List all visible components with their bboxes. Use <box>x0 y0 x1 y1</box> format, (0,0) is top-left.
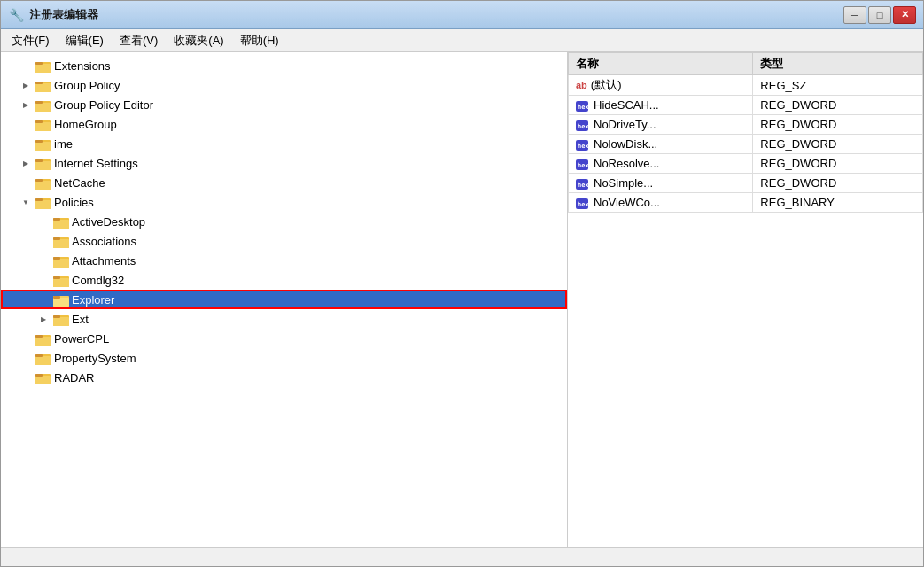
window-title: 注册表编辑器 <box>29 7 98 23</box>
close-button[interactable]: ✕ <box>893 6 916 24</box>
svg-rect-49 <box>35 376 51 384</box>
tree-item-policies[interactable]: Policies <box>1 192 567 212</box>
expand-btn-ext[interactable] <box>36 312 50 326</box>
tree-item-extensions[interactable]: Extensions <box>1 56 567 75</box>
menu-favorites[interactable]: 收藏夹(A) <box>167 31 230 50</box>
svg-rect-10 <box>35 122 51 131</box>
reg-type-cell: REG_DWORD <box>753 154 923 174</box>
reg-type-cell: REG_DWORD <box>753 96 923 115</box>
svg-rect-4 <box>35 83 51 92</box>
menu-file[interactable]: 文件(F) <box>4 31 57 50</box>
col-name: 名称 <box>569 53 753 75</box>
expand-btn-group-policy-editor[interactable] <box>19 97 33 112</box>
tree-item-powercpl[interactable]: PowerCPL <box>1 329 567 348</box>
hex-icon: hex <box>576 198 590 209</box>
expand-btn-attachments <box>36 253 50 268</box>
registry-table: 名称 类型 ab(默认)REG_SZhexHideSCAH...REG_DWOR… <box>568 52 923 213</box>
right-scroll[interactable]: 名称 类型 ab(默认)REG_SZhexHideSCAH...REG_DWOR… <box>568 52 923 547</box>
tree-item-activedesktop[interactable]: ActiveDesktop <box>1 212 567 231</box>
svg-rect-34 <box>53 278 69 287</box>
minimize-button[interactable]: ─ <box>843 6 866 24</box>
table-row[interactable]: ab(默认)REG_SZ <box>569 75 923 96</box>
expand-btn-radar <box>19 370 33 384</box>
expand-btn-powercpl <box>19 331 33 346</box>
folder-icon-homegroup <box>35 117 51 131</box>
hex-icon: hex <box>576 178 590 190</box>
expand-btn-internet-settings[interactable] <box>19 156 33 170</box>
table-row[interactable]: hexNoVieWCo...REG_BINARY <box>569 193 923 213</box>
tree-item-attachments[interactable]: Attachments <box>1 251 567 270</box>
folder-icon-radar <box>35 370 51 384</box>
tree-item-internet-settings[interactable]: Internet Settings <box>1 153 567 173</box>
svg-rect-16 <box>35 161 51 170</box>
folder-icon-netcache <box>35 175 51 190</box>
tree-item-propertysystem[interactable]: PropertySystem <box>1 348 567 368</box>
app-icon: 🔧 <box>8 7 24 23</box>
tree-item-radar[interactable]: RADAR <box>1 368 567 387</box>
table-row[interactable]: hexHideSCAH...REG_DWORD <box>569 96 923 115</box>
reg-name-cell: hexNolowDisk... <box>569 135 753 154</box>
tree-label-attachments: Attachments <box>72 254 136 268</box>
folder-icon-associations <box>53 234 69 248</box>
folder-icon-internet-settings <box>35 156 51 170</box>
expand-btn-homegroup <box>19 117 33 131</box>
tree-item-group-policy[interactable]: Group Policy <box>1 75 567 95</box>
svg-rect-28 <box>53 239 69 248</box>
tree-item-homegroup[interactable]: HomeGroup <box>1 114 567 134</box>
col-type: 类型 <box>753 53 923 75</box>
status-bar <box>1 547 923 566</box>
tree-label-associations: Associations <box>72 235 136 248</box>
reg-name-cell: hexHideSCAH... <box>569 96 753 115</box>
tree-scroll[interactable]: Extensions Group Policy Group Po <box>1 52 567 547</box>
table-row[interactable]: hexNoSimple...REG_DWORD <box>569 174 923 193</box>
reg-type-cell: REG_DWORD <box>753 135 923 154</box>
svg-rect-2 <box>35 62 43 65</box>
table-row[interactable]: hexNoResolve...REG_DWORD <box>569 154 923 174</box>
folder-icon-activedesktop <box>53 214 69 229</box>
hex-icon: hex <box>576 120 590 131</box>
hex-icon: hex <box>576 139 590 151</box>
folder-icon-ext <box>53 312 69 326</box>
tree-label-netcache: NetCache <box>54 176 105 190</box>
tree-label-homegroup: HomeGroup <box>54 118 117 131</box>
svg-rect-41 <box>53 315 60 318</box>
tree-item-netcache[interactable]: NetCache <box>1 173 567 192</box>
tree-item-ime[interactable]: ime <box>1 134 567 153</box>
tree-label-activedesktop: ActiveDesktop <box>72 215 145 229</box>
table-row[interactable]: hexNolowDisk...REG_DWORD <box>569 135 923 154</box>
tree-item-ext[interactable]: Ext <box>1 309 567 329</box>
svg-rect-20 <box>35 179 43 182</box>
svg-rect-7 <box>35 103 51 112</box>
title-buttons: ─ □ ✕ <box>843 6 916 24</box>
expand-btn-policies[interactable] <box>19 195 33 209</box>
svg-rect-40 <box>53 317 69 326</box>
menu-bar: 文件(F) 编辑(E) 查看(V) 收藏夹(A) 帮助(H) <box>1 29 923 52</box>
folder-icon-policies <box>35 195 51 209</box>
maximize-button[interactable]: □ <box>868 6 891 24</box>
svg-rect-17 <box>35 159 43 162</box>
expand-btn-group-policy[interactable] <box>19 78 33 92</box>
svg-rect-44 <box>35 335 43 338</box>
reg-name-cell: hexNoDriveTy... <box>569 115 753 135</box>
tree-panel: Extensions Group Policy Group Po <box>1 52 568 547</box>
svg-rect-32 <box>53 257 60 260</box>
right-panel: 名称 类型 ab(默认)REG_SZhexHideSCAH...REG_DWOR… <box>568 52 923 547</box>
tree-item-explorer[interactable]: Explorer <box>1 290 567 309</box>
tree-item-group-policy-editor[interactable]: Group Policy Editor <box>1 95 567 114</box>
registry-editor-window: 🔧 注册表编辑器 ─ □ ✕ 文件(F) 编辑(E) 查看(V) 收藏夹(A) … <box>0 0 924 567</box>
table-row[interactable]: hexNoDriveTy...REG_DWORD <box>569 115 923 135</box>
expand-btn-explorer <box>36 292 50 307</box>
svg-rect-23 <box>35 198 43 201</box>
tree-item-associations[interactable]: Associations <box>1 231 567 251</box>
menu-view[interactable]: 查看(V) <box>113 31 165 50</box>
svg-text:hex: hex <box>578 143 588 150</box>
reg-type-cell: REG_SZ <box>753 75 923 96</box>
tree-item-comdlg32[interactable]: Comdlg32 <box>1 270 567 290</box>
expand-btn-ime <box>19 136 33 151</box>
hex-icon: hex <box>576 159 590 170</box>
svg-rect-13 <box>35 142 51 151</box>
menu-edit[interactable]: 编辑(E) <box>58 31 111 50</box>
reg-name-cell: ab(默认) <box>569 75 753 96</box>
menu-help[interactable]: 帮助(H) <box>233 31 286 50</box>
svg-rect-43 <box>35 337 51 346</box>
